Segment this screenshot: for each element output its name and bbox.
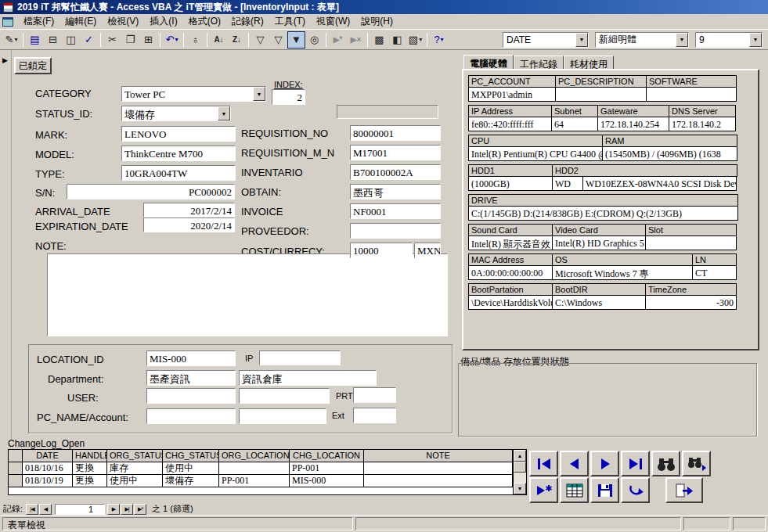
datasheet-view-button[interactable] <box>560 477 589 503</box>
hw-value[interactable]: (15450MB) / (4096MB) (1638 <box>602 146 737 161</box>
changelog-cell[interactable]: PP-001 <box>290 462 364 475</box>
index-field[interactable]: 2 <box>272 89 305 105</box>
copy-button[interactable]: ❐ <box>121 31 139 49</box>
dropdown-arrow-icon[interactable]: ▼ <box>218 106 230 120</box>
changelog-cell[interactable]: 使用中 <box>163 462 219 475</box>
insert-hyperlink-button[interactable]: ♁ <box>186 31 204 49</box>
row-selector[interactable] <box>9 475 23 487</box>
location-id-field[interactable]: MIS-000 <box>146 350 236 366</box>
changelog-header-cell[interactable]: ORG_LOCATION <box>219 450 290 462</box>
hw-value[interactable]: (1000GB) <box>468 176 553 191</box>
changelog-header-cell[interactable]: ORG_STATUS <box>107 450 163 462</box>
menu-item-file[interactable]: 檔案(F) <box>18 13 59 31</box>
row-selector[interactable] <box>9 450 23 462</box>
database-window-button[interactable]: ◧ <box>388 31 406 49</box>
changelog-cell[interactable]: 庫存 <box>107 462 163 475</box>
save-button[interactable]: ▤ <box>26 31 44 49</box>
row-selector[interactable] <box>9 462 23 475</box>
last-record-button[interactable] <box>621 451 650 476</box>
currency-field[interactable]: MXN <box>414 243 441 258</box>
hw-value[interactable]: 172.18.140.2 <box>669 117 736 131</box>
current-record-field[interactable]: 1 <box>55 504 105 515</box>
expiration-date-field[interactable]: 2020/2/14 <box>143 217 235 232</box>
ext-field[interactable] <box>353 408 396 423</box>
hw-value[interactable] <box>555 87 647 102</box>
hw-value[interactable]: Microsoft Windows 7 專 <box>552 265 693 280</box>
print-button[interactable]: ⊟ <box>44 31 62 49</box>
new-object-button[interactable]: ▧▾ <box>406 31 424 49</box>
sort-descending-button[interactable]: Z↓ <box>228 31 246 49</box>
changelog-header-cell[interactable]: HANDLE <box>73 450 107 462</box>
spelling-button[interactable]: ✓ <box>80 31 98 49</box>
nav-previous-button[interactable]: ◀ <box>39 504 52 515</box>
changelog-cell[interactable]: 使用中 <box>107 475 163 487</box>
mark-field[interactable]: LENOVO <box>121 126 236 142</box>
changelog-cell[interactable]: 018/10/16 <box>23 462 73 475</box>
menu-item-tools[interactable]: 工具(T) <box>269 13 311 31</box>
department-field-2[interactable]: 資訊倉庫 <box>239 370 377 386</box>
dropdown-arrow-icon[interactable]: ▼ <box>676 33 688 47</box>
next-record-button[interactable] <box>590 451 619 476</box>
category-combo[interactable]: Tower PC ▼ <box>121 86 266 102</box>
menu-item-insert[interactable]: 插入(I) <box>144 13 182 31</box>
department-field-1[interactable]: 墨產資訊 <box>146 370 236 386</box>
undo-button[interactable]: ↶▾ <box>163 31 181 49</box>
hw-value[interactable]: C:(1/145GB) D:(214/838GB) E:(CDROM) Q:(2… <box>468 206 738 221</box>
find-next-button[interactable] <box>682 451 711 476</box>
filter-by-selection-button[interactable]: ▽ <box>251 31 269 49</box>
changelog-cell[interactable] <box>364 462 513 475</box>
new-record-nav-button[interactable] <box>529 477 558 503</box>
hw-value[interactable]: WD <box>552 176 583 191</box>
status-combo[interactable]: 壞備存 ▼ <box>121 106 231 121</box>
prt-field[interactable] <box>353 387 396 403</box>
cost-field[interactable]: 10000 <box>350 243 413 258</box>
previous-record-button[interactable] <box>560 451 589 476</box>
hw-value[interactable]: CT <box>692 265 737 280</box>
changelog-cell[interactable]: 更換 <box>73 475 107 487</box>
changelog-header-cell[interactable]: DATE <box>23 450 73 462</box>
save-record-button[interactable] <box>590 477 619 503</box>
hw-value[interactable] <box>645 235 737 250</box>
pc-name-field-1[interactable] <box>146 408 236 424</box>
proveedor-field[interactable] <box>350 223 441 239</box>
menu-item-format[interactable]: 格式(O) <box>183 13 226 31</box>
hw-value[interactable]: 0A:00:00:00:00:00 <box>468 265 553 280</box>
requisition-no-field[interactable]: 80000001 <box>350 125 441 141</box>
locked-button[interactable]: 已鎖定 <box>14 57 52 74</box>
font-size-combo[interactable]: 9 ▼ <box>695 32 763 48</box>
hw-value[interactable]: -300 <box>645 295 737 310</box>
scrollbar-thumb[interactable] <box>514 462 526 473</box>
invoice-field[interactable]: NF0001 <box>350 203 441 219</box>
record-selector-strip[interactable] <box>0 50 12 440</box>
type-field[interactable]: 10GRA004TW <box>121 165 236 181</box>
font-name-combo[interactable]: 新細明體 ▼ <box>595 32 689 48</box>
exit-form-button[interactable] <box>665 477 703 503</box>
hw-value[interactable]: 172.18.140.254 <box>597 117 669 131</box>
dropdown-arrow-icon[interactable]: ▼ <box>575 33 588 47</box>
form-view-button[interactable]: ✎▾ <box>2 31 20 49</box>
model-field[interactable]: ThinkCentre M700 <box>121 146 236 161</box>
menu-item-window[interactable]: 視窗(W) <box>311 13 355 31</box>
mdi-child-icon[interactable] <box>2 17 13 27</box>
hw-value[interactable]: C:\Windows <box>552 295 646 310</box>
inventario-field[interactable]: B700100002A <box>350 164 441 180</box>
tab-work-log[interactable]: 工作紀錄 <box>514 56 564 70</box>
changelog-cell[interactable]: 018/10/19 <box>23 475 73 487</box>
tab-computer-hardware[interactable]: 電腦硬體 <box>463 55 514 70</box>
find-record-button[interactable] <box>651 451 680 476</box>
changelog-header-cell[interactable]: NOTE <box>364 450 513 462</box>
hw-value[interactable]: Intel(R) HD Graphics 5 <box>552 235 646 250</box>
dropdown-arrow-icon[interactable]: ▼ <box>749 33 762 47</box>
nav-next-button[interactable]: ▶ <box>107 504 120 515</box>
properties-button[interactable]: ▩ <box>370 31 388 49</box>
goto-field-combo[interactable]: DATE ▼ <box>503 32 589 48</box>
hw-value[interactable]: Intel(R) Pentium(R) CPU G4400 @ 3.3 <box>468 146 603 161</box>
filter-by-form-button[interactable]: ▽ <box>269 31 287 49</box>
changelog-scrollbar[interactable]: ▲ ▼ <box>513 450 526 494</box>
hw-value[interactable]: Intel(R) 顯示器音效 <box>468 235 553 250</box>
find-button[interactable]: ◎ <box>305 31 323 49</box>
sn-field[interactable]: PC000002 <box>67 184 235 200</box>
user-field-2[interactable] <box>239 388 330 404</box>
changelog-cell[interactable]: MIS-000 <box>290 475 364 487</box>
arrival-date-field[interactable]: 2017/2/14 <box>143 203 235 217</box>
